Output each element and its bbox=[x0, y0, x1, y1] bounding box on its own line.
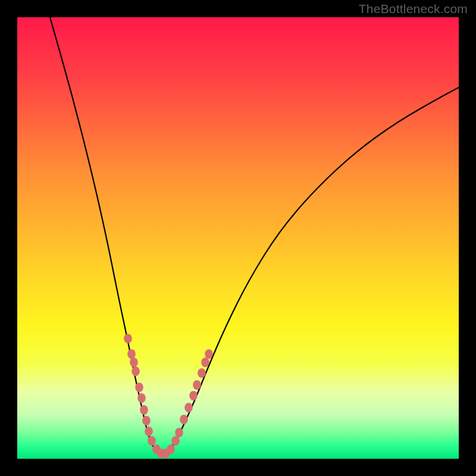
data-marker bbox=[140, 405, 148, 415]
curve-right-arm bbox=[161, 87, 459, 455]
data-marker bbox=[180, 415, 188, 424]
data-marker bbox=[127, 349, 136, 359]
chart-frame: TheBottleneck.com bbox=[0, 0, 476, 476]
plot-area bbox=[17, 17, 459, 459]
data-marker bbox=[142, 416, 151, 425]
data-marker bbox=[124, 334, 132, 343]
curve-left-arm bbox=[50, 17, 161, 455]
data-marker bbox=[184, 403, 193, 412]
data-marker bbox=[148, 436, 156, 446]
data-marker bbox=[135, 383, 143, 392]
data-marker bbox=[189, 391, 198, 400]
data-marker bbox=[130, 358, 138, 367]
data-marker bbox=[145, 427, 153, 436]
data-marker bbox=[175, 428, 183, 437]
data-marker bbox=[167, 444, 175, 454]
data-marker bbox=[193, 380, 201, 390]
data-marker bbox=[201, 358, 209, 367]
curve-layer bbox=[17, 17, 459, 459]
data-marker bbox=[198, 368, 206, 378]
data-marker bbox=[137, 393, 146, 403]
data-markers bbox=[124, 334, 213, 458]
data-marker bbox=[131, 367, 140, 376]
data-marker bbox=[171, 436, 180, 446]
watermark-text: TheBottleneck.com bbox=[359, 2, 468, 16]
data-marker bbox=[205, 349, 213, 359]
